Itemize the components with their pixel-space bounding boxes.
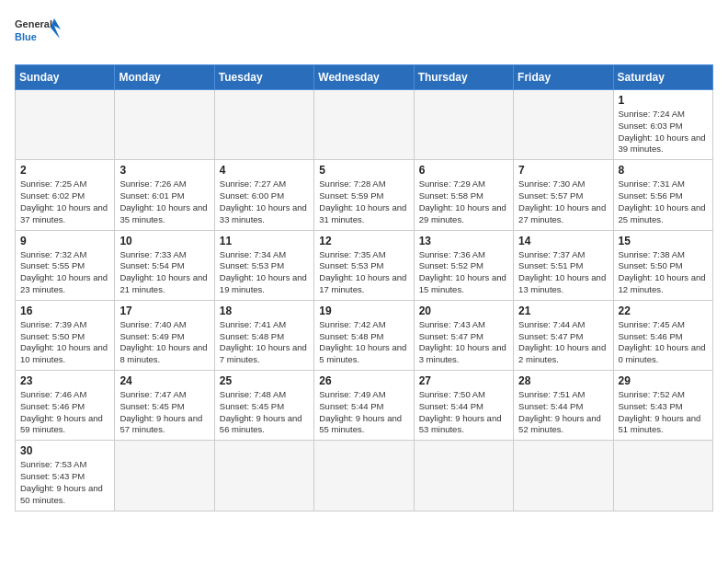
day-number: 2: [20, 164, 109, 177]
calendar-week-row: 16Sunrise: 7:39 AM Sunset: 5:50 PM Dayli…: [16, 300, 713, 370]
day-info: Sunrise: 7:29 AM Sunset: 5:58 PM Dayligh…: [419, 178, 508, 225]
day-info: Sunrise: 7:50 AM Sunset: 5:44 PM Dayligh…: [419, 389, 508, 436]
calendar-cell: [16, 90, 115, 160]
calendar-cell: 14Sunrise: 7:37 AM Sunset: 5:51 PM Dayli…: [514, 230, 613, 300]
calendar-week-row: 9Sunrise: 7:32 AM Sunset: 5:55 PM Daylig…: [16, 230, 713, 300]
day-info: Sunrise: 7:41 AM Sunset: 5:48 PM Dayligh…: [220, 319, 309, 366]
day-info: Sunrise: 7:47 AM Sunset: 5:45 PM Dayligh…: [119, 389, 209, 436]
day-number: 1: [619, 94, 708, 107]
day-info: Sunrise: 7:36 AM Sunset: 5:52 PM Dayligh…: [419, 249, 508, 296]
calendar-cell: [414, 441, 513, 511]
day-info: Sunrise: 7:48 AM Sunset: 5:45 PM Dayligh…: [220, 389, 309, 436]
logo-svg: General Blue: [15, 15, 61, 53]
day-number: 25: [220, 374, 309, 387]
calendar-cell: 1Sunrise: 7:24 AM Sunset: 6:03 PM Daylig…: [613, 90, 712, 160]
day-number: 22: [619, 304, 708, 317]
day-number: 10: [119, 235, 209, 247]
calendar-cell: [115, 90, 214, 160]
col-header-friday: Friday: [514, 65, 613, 90]
day-info: Sunrise: 7:33 AM Sunset: 5:54 PM Dayligh…: [119, 249, 209, 296]
day-info: Sunrise: 7:25 AM Sunset: 6:02 PM Dayligh…: [20, 178, 109, 225]
calendar-week-row: 30Sunrise: 7:53 AM Sunset: 5:43 PM Dayli…: [16, 441, 713, 511]
day-info: Sunrise: 7:27 AM Sunset: 6:00 PM Dayligh…: [220, 178, 309, 225]
calendar-cell: [514, 90, 613, 160]
calendar-cell: 13Sunrise: 7:36 AM Sunset: 5:52 PM Dayli…: [414, 230, 513, 300]
day-info: Sunrise: 7:38 AM Sunset: 5:50 PM Dayligh…: [619, 249, 708, 296]
page-header: General Blue: [15, 15, 713, 53]
day-info: Sunrise: 7:51 AM Sunset: 5:44 PM Dayligh…: [518, 389, 608, 436]
calendar-cell: 11Sunrise: 7:34 AM Sunset: 5:53 PM Dayli…: [214, 230, 313, 300]
day-info: Sunrise: 7:24 AM Sunset: 6:03 PM Dayligh…: [619, 109, 708, 155]
calendar-cell: 20Sunrise: 7:43 AM Sunset: 5:47 PM Dayli…: [414, 300, 513, 370]
day-number: 20: [419, 304, 508, 317]
svg-text:General: General: [15, 18, 52, 29]
calendar-cell: [414, 90, 513, 160]
day-number: 16: [20, 304, 109, 317]
day-number: 13: [419, 235, 508, 247]
col-header-tuesday: Tuesday: [214, 65, 313, 90]
calendar-cell: 22Sunrise: 7:45 AM Sunset: 5:46 PM Dayli…: [613, 300, 712, 370]
calendar-cell: 5Sunrise: 7:28 AM Sunset: 5:59 PM Daylig…: [314, 160, 414, 230]
day-info: Sunrise: 7:31 AM Sunset: 5:56 PM Dayligh…: [619, 178, 708, 225]
day-info: Sunrise: 7:28 AM Sunset: 5:59 PM Dayligh…: [319, 178, 408, 225]
day-info: Sunrise: 7:40 AM Sunset: 5:49 PM Dayligh…: [119, 319, 209, 366]
calendar-cell: 10Sunrise: 7:33 AM Sunset: 5:54 PM Dayli…: [115, 230, 214, 300]
day-number: 8: [619, 164, 708, 177]
day-number: 18: [220, 304, 309, 317]
calendar-cell: 9Sunrise: 7:32 AM Sunset: 5:55 PM Daylig…: [16, 230, 115, 300]
calendar-cell: [214, 90, 313, 160]
calendar-cell: [314, 441, 414, 511]
day-info: Sunrise: 7:32 AM Sunset: 5:55 PM Dayligh…: [20, 249, 109, 296]
day-info: Sunrise: 7:26 AM Sunset: 6:01 PM Dayligh…: [119, 178, 209, 225]
day-info: Sunrise: 7:49 AM Sunset: 5:44 PM Dayligh…: [319, 389, 408, 436]
day-number: 29: [619, 374, 708, 387]
calendar-cell: [314, 90, 414, 160]
day-number: 23: [20, 374, 109, 387]
calendar-cell: [214, 441, 313, 511]
col-header-wednesday: Wednesday: [314, 65, 414, 90]
calendar-cell: 17Sunrise: 7:40 AM Sunset: 5:49 PM Dayli…: [115, 300, 214, 370]
calendar-cell: 2Sunrise: 7:25 AM Sunset: 6:02 PM Daylig…: [16, 160, 115, 230]
calendar-cell: [514, 441, 613, 511]
calendar-cell: [613, 441, 712, 511]
calendar-cell: 7Sunrise: 7:30 AM Sunset: 5:57 PM Daylig…: [514, 160, 613, 230]
day-number: 11: [220, 235, 309, 247]
day-number: 6: [419, 164, 508, 177]
calendar-table: SundayMondayTuesdayWednesdayThursdayFrid…: [15, 64, 713, 511]
day-number: 26: [319, 374, 408, 387]
day-info: Sunrise: 7:53 AM Sunset: 5:43 PM Dayligh…: [20, 459, 109, 506]
day-number: 19: [319, 304, 408, 317]
day-number: 5: [319, 164, 408, 177]
day-info: Sunrise: 7:52 AM Sunset: 5:43 PM Dayligh…: [619, 389, 708, 436]
calendar-header-row: SundayMondayTuesdayWednesdayThursdayFrid…: [16, 65, 713, 90]
calendar-cell: 18Sunrise: 7:41 AM Sunset: 5:48 PM Dayli…: [214, 300, 313, 370]
calendar-cell: 16Sunrise: 7:39 AM Sunset: 5:50 PM Dayli…: [16, 300, 115, 370]
col-header-sunday: Sunday: [16, 65, 115, 90]
calendar-cell: 15Sunrise: 7:38 AM Sunset: 5:50 PM Dayli…: [613, 230, 712, 300]
day-info: Sunrise: 7:30 AM Sunset: 5:57 PM Dayligh…: [518, 178, 608, 225]
calendar-cell: 29Sunrise: 7:52 AM Sunset: 5:43 PM Dayli…: [613, 371, 712, 441]
calendar-week-row: 2Sunrise: 7:25 AM Sunset: 6:02 PM Daylig…: [16, 160, 713, 230]
calendar-week-row: 1Sunrise: 7:24 AM Sunset: 6:03 PM Daylig…: [16, 90, 713, 160]
day-number: 9: [20, 235, 109, 247]
day-number: 21: [518, 304, 608, 317]
calendar-cell: 26Sunrise: 7:49 AM Sunset: 5:44 PM Dayli…: [314, 371, 414, 441]
day-info: Sunrise: 7:44 AM Sunset: 5:47 PM Dayligh…: [518, 319, 608, 366]
calendar-cell: 3Sunrise: 7:26 AM Sunset: 6:01 PM Daylig…: [115, 160, 214, 230]
day-info: Sunrise: 7:35 AM Sunset: 5:53 PM Dayligh…: [319, 249, 408, 296]
day-number: 12: [319, 235, 408, 247]
calendar-cell: 8Sunrise: 7:31 AM Sunset: 5:56 PM Daylig…: [613, 160, 712, 230]
day-info: Sunrise: 7:46 AM Sunset: 5:46 PM Dayligh…: [20, 389, 109, 436]
day-info: Sunrise: 7:37 AM Sunset: 5:51 PM Dayligh…: [518, 249, 608, 296]
day-number: 3: [119, 164, 209, 177]
day-number: 24: [119, 374, 209, 387]
calendar-cell: 6Sunrise: 7:29 AM Sunset: 5:58 PM Daylig…: [414, 160, 513, 230]
col-header-saturday: Saturday: [613, 65, 712, 90]
calendar-cell: 19Sunrise: 7:42 AM Sunset: 5:48 PM Dayli…: [314, 300, 414, 370]
calendar-cell: [115, 441, 214, 511]
day-number: 28: [518, 374, 608, 387]
svg-text:Blue: Blue: [15, 31, 37, 42]
calendar-cell: 25Sunrise: 7:48 AM Sunset: 5:45 PM Dayli…: [214, 371, 313, 441]
logo: General Blue: [15, 15, 61, 53]
day-number: 15: [619, 235, 708, 247]
